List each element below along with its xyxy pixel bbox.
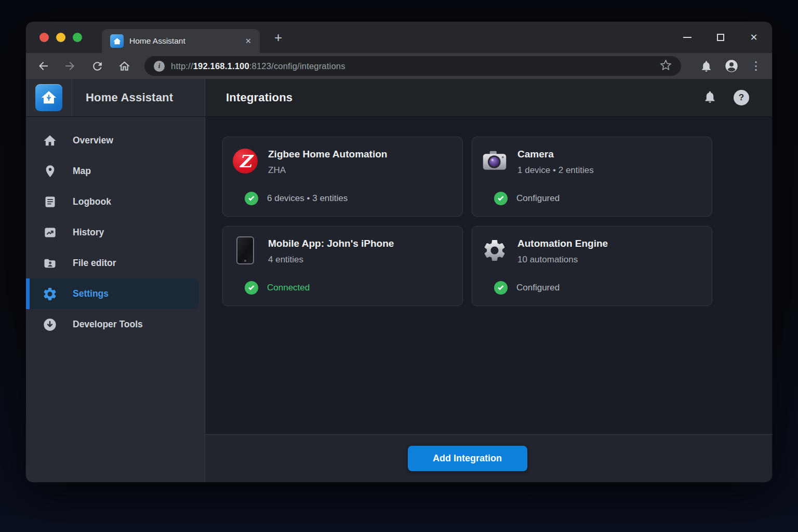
url-text: http://192.168.1.100:8123/config/integra… bbox=[171, 61, 654, 71]
traffic-lights bbox=[39, 22, 82, 53]
sidebar-item-map[interactable]: Map bbox=[26, 156, 205, 187]
map-pin-icon bbox=[40, 164, 60, 178]
integrations-panel: Z Zigbee Home Automation ZHA 6 devices •… bbox=[205, 117, 772, 434]
window-minimize-button[interactable] bbox=[683, 37, 692, 38]
main-content: Z Zigbee Home Automation ZHA 6 devices •… bbox=[205, 117, 772, 482]
sidebar-item-developer-tools[interactable]: Developer Tools bbox=[26, 309, 205, 340]
sidebar-item-history[interactable]: History bbox=[26, 217, 205, 248]
sidebar-item-label: Overview bbox=[73, 135, 113, 146]
sidebar: Overview Map Logbook History bbox=[26, 117, 205, 482]
app-title: Home Assistant bbox=[86, 91, 173, 104]
address-bar[interactable]: i http://192.168.1.100:8123/config/integ… bbox=[144, 56, 681, 76]
status-text: Configured bbox=[516, 193, 560, 204]
integration-status: Configured bbox=[494, 192, 560, 205]
integration-title: Zigbee Home Automation bbox=[268, 149, 387, 160]
settings-gear-icon bbox=[40, 286, 60, 302]
new-tab-button[interactable]: + bbox=[274, 22, 282, 53]
url-path: :8123/config/integrations bbox=[249, 61, 345, 71]
iphone-icon bbox=[232, 236, 258, 264]
check-circle-icon bbox=[494, 192, 508, 205]
integration-subtitle: ZHA bbox=[268, 165, 387, 176]
reload-button[interactable] bbox=[90, 60, 104, 73]
app-body: Overview Map Logbook History bbox=[26, 117, 772, 482]
profile-avatar-icon[interactable] bbox=[724, 59, 739, 73]
home-assistant-logo[interactable] bbox=[35, 84, 62, 111]
header-icons: ? bbox=[703, 79, 772, 116]
back-button[interactable] bbox=[36, 60, 50, 72]
window-maximize-button[interactable] bbox=[716, 34, 725, 41]
integration-card-camera[interactable]: Camera 1 device • 2 entities Configured bbox=[472, 137, 712, 217]
sidebar-item-overview[interactable]: Overview bbox=[26, 125, 205, 156]
tab-title: Home Assistant bbox=[129, 36, 240, 46]
notifications-bell-icon[interactable] bbox=[700, 60, 713, 73]
browser-toolbar: i http://192.168.1.100:8123/config/integ… bbox=[26, 53, 772, 79]
help-icon[interactable]: ? bbox=[734, 90, 749, 105]
forward-button[interactable] bbox=[63, 60, 77, 72]
automation-gear-icon bbox=[482, 236, 508, 264]
sidebar-item-settings[interactable]: Settings bbox=[26, 278, 198, 309]
integration-subtitle: 10 automations bbox=[517, 255, 608, 265]
sidebar-item-label: Developer Tools bbox=[73, 319, 143, 330]
integration-status: Connected bbox=[245, 281, 310, 295]
sidebar-item-label: History bbox=[73, 227, 104, 238]
app-title-cell: Home Assistant bbox=[72, 79, 205, 116]
integration-subtitle: 1 device • 2 entities bbox=[517, 165, 594, 176]
developer-tools-icon bbox=[40, 317, 60, 332]
browser-window: Home Assistant ✕ + ✕ i http://192.168.1.… bbox=[26, 22, 772, 482]
check-circle-icon bbox=[494, 281, 508, 295]
integration-subtitle: 4 entities bbox=[268, 255, 394, 265]
integration-card-automation-engine[interactable]: Automation Engine 10 automations Configu… bbox=[472, 226, 712, 306]
integration-title: Camera bbox=[517, 149, 594, 160]
integration-status: Configured bbox=[494, 281, 560, 295]
status-text: 6 devices • 3 entities bbox=[267, 193, 348, 204]
traffic-close-icon[interactable] bbox=[39, 33, 49, 42]
home-icon bbox=[40, 134, 60, 148]
tab-close-icon[interactable]: ✕ bbox=[245, 37, 251, 45]
window-controls: ✕ bbox=[683, 22, 759, 53]
url-host: 192.168.1.100 bbox=[193, 61, 249, 71]
browser-menu-icon[interactable]: ⋮ bbox=[750, 60, 762, 72]
logbook-icon bbox=[40, 195, 60, 209]
app-logo-cell bbox=[26, 79, 72, 116]
integration-cards-grid: Z Zigbee Home Automation ZHA 6 devices •… bbox=[222, 137, 712, 306]
integration-status: 6 devices • 3 entities bbox=[245, 192, 348, 205]
check-circle-icon bbox=[245, 192, 258, 205]
camera-icon bbox=[482, 147, 508, 175]
home-button[interactable] bbox=[117, 60, 131, 73]
browser-titlebar: Home Assistant ✕ + ✕ bbox=[26, 22, 772, 53]
sidebar-item-file-editor[interactable]: File editor bbox=[26, 248, 205, 278]
file-editor-folder-icon bbox=[40, 256, 60, 271]
status-text: Connected bbox=[267, 283, 310, 293]
integration-card-zha[interactable]: Z Zigbee Home Automation ZHA 6 devices •… bbox=[222, 137, 463, 217]
sidebar-item-label: Settings bbox=[73, 288, 109, 299]
browser-tab[interactable]: Home Assistant ✕ bbox=[102, 29, 260, 53]
zigbee-logo-icon: Z bbox=[233, 149, 258, 174]
home-assistant-favicon bbox=[110, 34, 124, 48]
sidebar-item-logbook[interactable]: Logbook bbox=[26, 187, 205, 217]
url-prefix: http:// bbox=[171, 61, 193, 71]
integration-title: Automation Engine bbox=[517, 238, 608, 249]
traffic-zoom-icon[interactable] bbox=[73, 33, 82, 42]
status-text: Configured bbox=[516, 283, 560, 293]
page-title: Integrations bbox=[226, 91, 292, 104]
site-info-icon[interactable]: i bbox=[154, 61, 165, 72]
integration-card-mobile-app[interactable]: Mobile App: John's iPhone 4 entities Con… bbox=[222, 226, 463, 306]
page-title-cell: Integrations bbox=[205, 79, 703, 116]
traffic-minimize-icon[interactable] bbox=[56, 33, 65, 42]
bookmark-star-icon[interactable] bbox=[660, 59, 672, 73]
app-header: Home Assistant Integrations ? bbox=[26, 79, 772, 117]
integration-title: Mobile App: John's iPhone bbox=[268, 238, 394, 249]
header-bell-icon[interactable] bbox=[703, 90, 717, 106]
window-close-button[interactable]: ✕ bbox=[749, 32, 759, 43]
check-circle-icon bbox=[245, 281, 258, 295]
history-chart-icon bbox=[40, 225, 60, 240]
sidebar-item-label: Logbook bbox=[73, 196, 111, 207]
sidebar-item-label: Map bbox=[73, 166, 91, 177]
sidebar-item-label: File editor bbox=[73, 258, 116, 269]
main-footer: Add Integration bbox=[205, 434, 772, 482]
add-integration-button[interactable]: Add Integration bbox=[408, 446, 527, 471]
